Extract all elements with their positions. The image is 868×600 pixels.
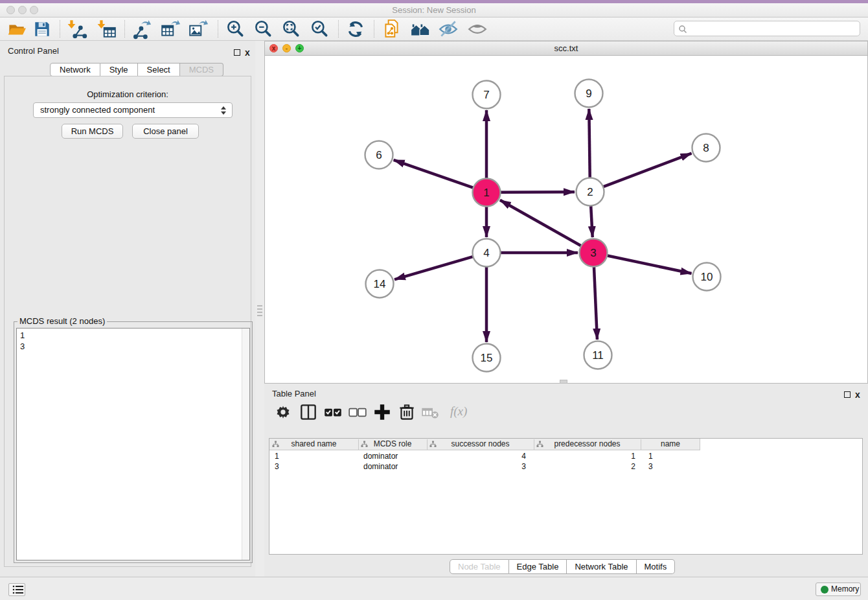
optimization-label: Optimization criterion: (5, 89, 251, 99)
column-header-successor-nodes[interactable]: successor nodes (427, 439, 534, 450)
network-graph[interactable]: 7968124314101511 (265, 56, 867, 384)
delete-column-icon[interactable] (396, 402, 417, 422)
graph-node-label-3: 3 (590, 247, 596, 259)
graph-edge-4-14[interactable] (394, 257, 473, 279)
close-panel-icon[interactable]: x (245, 49, 250, 56)
task-history-button[interactable] (8, 583, 25, 596)
refresh-icon[interactable] (345, 19, 366, 40)
graph-edge-2-3[interactable] (591, 206, 593, 237)
control-panel-tabs: Network Style Select MCDS (50, 63, 223, 76)
tree-hierarchy-icon (536, 441, 543, 448)
tab-network-table[interactable]: Network Table (567, 559, 636, 574)
graph-node-label-10: 10 (701, 271, 713, 283)
zoom-selected-icon[interactable] (309, 19, 330, 40)
splitter-handle[interactable] (257, 303, 262, 317)
home-icon[interactable] (410, 19, 431, 40)
graph-edge-3-10[interactable] (608, 256, 692, 273)
tree-hierarchy-icon (361, 441, 368, 448)
table-cell: dominator (358, 451, 427, 461)
export-table-icon[interactable] (160, 19, 181, 40)
open-session-icon[interactable] (6, 19, 27, 40)
table-tabs: Node Table Edge Table Network Table Moti… (450, 559, 675, 574)
graph-node-label-14: 14 (374, 278, 386, 290)
graph-node-label-1: 1 (483, 187, 489, 199)
vertical-splitter[interactable] (255, 41, 264, 577)
add-column-icon[interactable] (372, 402, 393, 422)
node-table: shared nameMCDS rolesuccessor nodesprede… (269, 438, 863, 555)
deselect-all-icon[interactable] (347, 402, 368, 422)
optimization-select[interactable]: strongly connected component (33, 102, 233, 118)
control-panel-title: Control Panel (8, 46, 59, 56)
network-canvas[interactable]: 7968124314101511 (265, 56, 867, 383)
function-builder-icon[interactable]: f(x) (450, 404, 467, 419)
column-header-shared-name[interactable]: shared name (269, 439, 358, 450)
import-network-icon[interactable] (67, 19, 87, 40)
column-header-MCDS-role[interactable]: MCDS role (358, 439, 427, 450)
tab-select[interactable]: Select (138, 63, 180, 76)
app-title: Session: New Session (0, 5, 868, 15)
graph-node-label-9: 9 (586, 87, 591, 100)
run-mcds-button[interactable]: Run MCDS (62, 124, 123, 139)
close-table-panel-icon[interactable]: x (855, 391, 860, 398)
hide-details-icon[interactable] (438, 19, 459, 40)
table-cell: dominator (358, 461, 427, 472)
table-panel-title: Table Panel (272, 389, 316, 398)
graph-edge-3-11[interactable] (594, 267, 597, 340)
tab-edge-table[interactable]: Edge Table (509, 559, 567, 574)
show-columns-icon[interactable] (298, 402, 319, 422)
memory-button[interactable]: Memory (816, 583, 861, 596)
table-settings-icon[interactable] (273, 402, 293, 422)
app-titlebar[interactable]: Session: New Session (0, 3, 868, 17)
duplicate-network-icon[interactable] (382, 19, 402, 40)
tab-network[interactable]: Network (50, 63, 100, 76)
export-network-icon[interactable] (131, 19, 152, 40)
graph-edge-1-2[interactable] (501, 192, 575, 192)
graph-edge-2-9[interactable] (589, 109, 589, 178)
table-cell: 3 (269, 461, 358, 472)
graph-edge-3-1[interactable] (500, 200, 581, 246)
network-window-titlebar[interactable]: x - + scc.txt (265, 41, 867, 56)
search-input[interactable] (674, 21, 860, 36)
search-icon (678, 25, 687, 34)
tree-hierarchy-icon (272, 441, 279, 448)
table-cell: 2 (534, 461, 641, 472)
graph-node-label-15: 15 (481, 352, 493, 364)
optimization-value: strongly connected component (40, 105, 155, 115)
table-row[interactable]: 1dominator411 (269, 451, 863, 461)
memory-label: Memory (831, 584, 859, 594)
column-header-name[interactable]: name (641, 439, 700, 450)
graph-node-label-11: 11 (592, 349, 604, 362)
table-row[interactable]: 3dominator323 (269, 461, 863, 472)
table-cell: 1 (641, 451, 700, 461)
tab-style[interactable]: Style (100, 63, 138, 76)
export-image-icon[interactable] (188, 19, 209, 40)
close-panel-button[interactable]: Close panel (132, 124, 199, 139)
zoom-fit-icon[interactable] (280, 19, 301, 40)
graph-edge-1-6[interactable] (394, 160, 474, 188)
tab-node-table[interactable]: Node Table (450, 559, 509, 574)
tab-mcds[interactable]: MCDS (180, 63, 223, 76)
mcds-result-text: 1 3 (20, 330, 25, 352)
graph-edge-2-8[interactable] (604, 154, 692, 187)
result-scrollbar[interactable] (242, 329, 249, 560)
save-session-icon[interactable] (32, 19, 52, 40)
tree-hierarchy-icon (429, 441, 437, 448)
zoom-out-icon[interactable] (253, 19, 273, 40)
graph-node-label-2: 2 (587, 186, 593, 198)
column-header-predecessor-nodes[interactable]: predecessor nodes (534, 439, 641, 450)
graph-node-label-7: 7 (483, 89, 489, 101)
graph-node-label-6: 6 (376, 149, 382, 161)
show-view-icon[interactable] (467, 19, 488, 40)
delete-table-icon[interactable] (420, 402, 441, 422)
control-panel: Control Panel x Network Style Select MCD… (0, 41, 255, 577)
float-table-panel-icon[interactable] (844, 391, 851, 398)
graph-node-label-8: 8 (703, 142, 709, 154)
main-toolbar (0, 17, 868, 41)
zoom-in-icon[interactable] (225, 19, 246, 40)
tab-motifs[interactable]: Motifs (637, 559, 676, 574)
select-all-icon[interactable] (323, 402, 343, 422)
mcds-result-textarea[interactable]: 1 3 (16, 328, 250, 560)
import-table-icon[interactable] (97, 19, 117, 40)
float-panel-icon[interactable] (234, 49, 240, 56)
application-window: Session: New Session (0, 0, 868, 600)
